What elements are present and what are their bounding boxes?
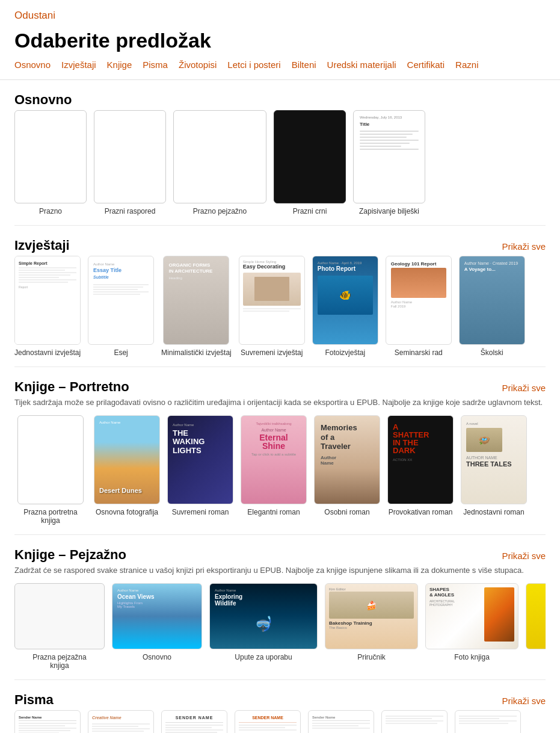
template-seminarski[interactable]: Geology 101 Report Author Name Fall 2019… — [386, 256, 452, 357]
template-pismo-3[interactable]: SENDER NAME — [161, 710, 227, 733]
cancel-button[interactable]: Odustani — [14, 10, 55, 22]
template-osnovna-fotografija[interactable]: Author Name Desert Dunes Osnovna fotogra… — [94, 415, 160, 525]
thumb-osobni-roman: Memoriesof aTraveler AuthorName — [314, 415, 380, 504]
template-fotoizvjestaj[interactable]: Author Name · April 8, 2019 Photo Report… — [312, 256, 378, 357]
template-prazna-portretna[interactable]: Prazna portretna knjiga — [14, 415, 87, 525]
label-prirucnik: Priručnik — [357, 653, 386, 661]
templates-row-izvjestaji: Simple Report Report Jednostavni izvješt… — [14, 256, 546, 362]
template-skolski[interactable]: Author Name · Created 2019 A Voyage to..… — [459, 256, 525, 357]
label-prazna-portretna: Prazna portretna knjiga — [14, 508, 87, 525]
thumb-prazna-pejzazna — [14, 583, 105, 649]
thumb-seminarski: Geology 101 Report Author Name Fall 2019 — [386, 256, 452, 345]
template-prazna-pejzazna[interactable]: Prazna pejzažna knjiga — [14, 583, 105, 670]
show-all-knjige-portretno[interactable]: Prikaži sve — [502, 383, 546, 393]
template-elegantni-roman[interactable]: Tajvrdički tralkhsabıng Author Name Eter… — [241, 415, 307, 525]
show-all-pisma[interactable]: Prikaži sve — [502, 696, 546, 706]
template-suvremeni[interactable]: Simple Home Styling Easy Decorating Suvr… — [239, 256, 305, 357]
thumb-extra-pejzazno — [526, 583, 546, 649]
template-suvremeni-roman[interactable]: Author Name THEWAKINGLIGHTS Suvremeni ro… — [167, 415, 233, 525]
thumb-prazni-raspored — [94, 110, 166, 203]
thumb-prazno — [14, 110, 87, 203]
nav-tab-certifikati[interactable]: Certifikati — [407, 60, 445, 70]
template-prirucnik[interactable]: Kim Editor 🍰 Bakeshop Training The Basic… — [325, 583, 418, 670]
label-foto-knjiga: Foto knjiga — [454, 653, 490, 661]
template-extra-pejzazno[interactable] — [526, 583, 546, 670]
template-pismo-5[interactable]: Sender Name — [308, 710, 374, 733]
section-title-osnovno: Osnovno — [14, 92, 72, 108]
templates-row-knjige-pejzazno: Prazna pejzažna knjiga Author Name Ocean… — [14, 583, 546, 675]
section-title-knjige-pejzazno: Knjige – Pejzažno — [14, 547, 126, 563]
thumb-pismo-5: Sender Name — [308, 710, 374, 733]
nav-tab-letci[interactable]: Letci i posteri — [227, 60, 280, 70]
template-pismo-4[interactable]: Sender Name — [235, 710, 301, 733]
thumb-pismo-2: Creative Name — [88, 710, 154, 733]
label-zapisivanje: Zapisivanje bilješki — [359, 207, 419, 215]
label-elegantni-roman: Elegantni roman — [247, 508, 300, 516]
nav-tab-pisma[interactable]: Pisma — [143, 60, 168, 70]
template-upute[interactable]: Author Name ExploringWildlife 🤿 Upute za… — [209, 583, 318, 670]
subtitle-knjige-portretno: Tijek sadržaja može se prilagođavati ovi… — [14, 397, 546, 408]
nav-tab-razni[interactable]: Razni — [455, 60, 478, 70]
label-prazna-pejzazna: Prazna pejzažna knjiga — [23, 653, 96, 670]
label-esej: Esej — [114, 348, 128, 357]
nav-tabs: Osnovno Izvještaji Knjige Pisma Životopi… — [0, 60, 560, 80]
nav-tab-zivotopisi[interactable]: Životopisi — [179, 60, 217, 70]
nav-tab-bilteni[interactable]: Bilteni — [292, 60, 316, 70]
thumb-prazni-crni — [274, 110, 346, 203]
nav-tab-izvjestaji[interactable]: Izvještaji — [61, 60, 96, 70]
section-title-izvjestaji: Izvještaji — [14, 238, 70, 253]
template-foto-knjiga[interactable]: SHAPES& ANGLES ARCHITECTURALPHOTOGRAPHY … — [425, 583, 518, 670]
show-all-izvjestaji[interactable]: Prikaži sve — [502, 241, 546, 252]
templates-row-knjige-portretno: Prazna portretna knjiga Author Name Dese… — [14, 415, 546, 530]
label-jednostavni: Jednostavni izvještaj — [14, 348, 81, 357]
label-provokativan-roman: Provokativan roman — [389, 508, 453, 516]
label-fotoizvjestaj: Fotoizvještaj — [325, 348, 365, 357]
thumb-skolski: Author Name · Created 2019 A Voyage to..… — [459, 256, 525, 345]
template-pismo-2[interactable]: Creative Name — [88, 710, 154, 733]
thumb-prazna-portretna — [17, 415, 84, 504]
show-all-knjige-pejzazno[interactable]: Prikaži sve — [502, 551, 546, 561]
nav-tab-uredski[interactable]: Uredski materijali — [327, 60, 396, 70]
page-title: Odaberite predložak — [0, 24, 560, 60]
thumb-prirucnik: Kim Editor 🍰 Bakeshop Training The Basic… — [325, 583, 418, 649]
thumb-pismo-3: SENDER NAME — [161, 710, 227, 733]
template-prazni-crni[interactable]: Prazni crni — [274, 110, 346, 215]
section-knjige-pejzazno: Knjige – Pejzažno Prikaži sve Zadržat će… — [0, 535, 560, 679]
label-prazni-crni: Prazni crni — [293, 207, 327, 215]
section-pisma: Pisma Prikaži sve Sender Name — [0, 680, 560, 733]
thumb-pismo-1: Sender Name — [14, 710, 81, 733]
template-jednostavni-roman[interactable]: A novel 🪺 AUTHOR NAME THREE TALES Jednos… — [461, 415, 527, 525]
label-suvremeni-roman: Suvremeni roman — [172, 508, 229, 516]
thumb-prazno-pejzazno — [173, 110, 266, 203]
template-prazni-raspored[interactable]: Prazni raspored — [94, 110, 166, 215]
nav-tab-knjige[interactable]: Knjige — [107, 60, 132, 70]
templates-row-pisma: Sender Name Creative Name — [14, 710, 546, 733]
label-osnovno-pejzazno: Osnovno — [143, 653, 171, 661]
template-prazno[interactable]: Prazno — [14, 110, 87, 215]
template-osobni-roman[interactable]: Memoriesof aTraveler AuthorName Osobni r… — [314, 415, 380, 525]
section-osnovno: Osnovno Prazno Prazni raspored Prazno pe… — [0, 80, 560, 225]
template-osnovno-pejzazno[interactable]: Author Name Ocean Views Highlights FromM… — [112, 583, 202, 670]
template-minimalisticki[interactable]: ORGANIC FORMSIN ARCHITECTURE Heading Min… — [161, 256, 232, 357]
template-pismo-1[interactable]: Sender Name — [14, 710, 81, 733]
template-pismo-7[interactable] — [455, 710, 521, 733]
label-skolski: Školski — [481, 348, 503, 357]
template-provokativan-roman[interactable]: ASHATTERIN THEDARK ACTION XX Provokativa… — [387, 415, 454, 525]
label-prazni-raspored: Prazni raspored — [105, 207, 156, 215]
thumb-provokativan-roman: ASHATTERIN THEDARK ACTION XX — [387, 415, 454, 504]
template-zapisivanje[interactable]: Wednesday, July 16, 2013 Title Zapisivan… — [353, 110, 425, 215]
template-prazno-pejzazno[interactable]: Prazno pejzažno — [173, 110, 266, 215]
section-header-izvjestaji: Izvještaji Prikaži sve — [14, 238, 546, 253]
section-izvjestaji: Izvještaji Prikaži sve Simple Report Rep… — [0, 226, 560, 366]
label-seminarski: Seminarski rad — [395, 348, 443, 357]
thumb-foto-knjiga: SHAPES& ANGLES ARCHITECTURALPHOTOGRAPHY — [425, 583, 518, 649]
label-osobni-roman: Osobni roman — [324, 508, 369, 516]
section-title-knjige-portretno: Knjige – Portretno — [14, 379, 129, 395]
label-jednostavni-roman: Jednostavni roman — [463, 508, 524, 516]
template-esej[interactable]: Author Name Essay TitleSubtitle Esej — [88, 256, 154, 357]
template-pismo-6[interactable] — [381, 710, 448, 733]
template-jednostavni-izvjestaj[interactable]: Simple Report Report Jednostavni izvješt… — [14, 256, 81, 357]
nav-tab-osnovno[interactable]: Osnovno — [14, 60, 51, 70]
thumb-jednostavni: Simple Report Report — [14, 256, 81, 345]
thumb-minimalisticki: ORGANIC FORMSIN ARCHITECTURE Heading — [163, 256, 229, 345]
